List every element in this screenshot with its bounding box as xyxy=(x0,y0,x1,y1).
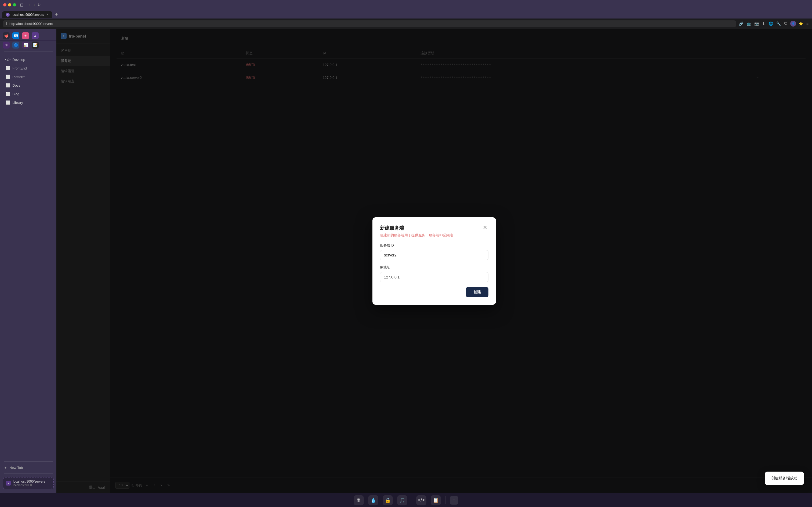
bookmark-outlook[interactable]: 📧 xyxy=(12,32,19,39)
toast-message: 创建服务端成功 xyxy=(771,476,798,480)
modal-close-button[interactable]: ✕ xyxy=(482,225,489,230)
sidebar-divider1 xyxy=(4,51,53,52)
bookmark-arc[interactable]: ✦ xyxy=(22,32,29,39)
bookmark-gh[interactable]: 🐙 xyxy=(3,32,10,39)
platform-icon: ⬜ xyxy=(5,74,10,79)
address-text: http://localhost:9000/servers xyxy=(9,22,53,26)
taskbar-separator xyxy=(412,496,412,504)
sidebar-divider2 xyxy=(4,461,53,462)
blog-icon: ⬜ xyxy=(5,92,10,96)
tab-favicon: ▲ xyxy=(6,13,10,17)
tab-label: localhost:9000/servers xyxy=(12,13,44,17)
window-controls xyxy=(3,3,16,6)
maximize-button[interactable] xyxy=(13,3,16,6)
modal-id-label: 服务端ID xyxy=(380,243,489,248)
link-icon[interactable]: 🔗 xyxy=(738,21,744,26)
sidebar-item-platform[interactable]: ⬜ Platform xyxy=(2,72,55,81)
modal-header: 新建服务端 ✕ xyxy=(380,225,489,231)
develop-icon: </> xyxy=(5,57,10,62)
cast-icon[interactable]: 📺 xyxy=(746,21,752,26)
modal-ip-input[interactable] xyxy=(380,272,489,282)
new-tab-sidebar[interactable]: ＋ New Tab xyxy=(0,463,56,472)
sidebar-item-frontend[interactable]: ⬜ FrontEnd xyxy=(2,64,55,72)
tab-close-icon[interactable]: ✕ xyxy=(46,13,49,16)
taskbar-clipboard-icon[interactable]: 📋 xyxy=(431,495,441,505)
taskbar-lock-icon[interactable]: 🔒 xyxy=(383,495,393,505)
bookmark-dsm[interactable]: 🔵 xyxy=(12,42,19,49)
browser-titlebar: ⊟ ‹ › ↻ xyxy=(0,0,812,10)
screenshot-icon[interactable]: 📷 xyxy=(754,21,760,26)
sidebar-bookmark[interactable]: ▲ localhost:9000/servers localhost:9000 xyxy=(3,477,54,489)
modal-dialog: 新建服务端 ✕ 创建新的服务端用于提供服务，服务端ID必须唯一 服务端ID IP… xyxy=(372,217,496,305)
new-tab-label: New Tab xyxy=(9,466,23,470)
taskbar-separator2 xyxy=(445,496,446,504)
taskbar-code-icon[interactable]: </> xyxy=(416,495,426,505)
taskbar-finder-icon[interactable]: 💧 xyxy=(368,495,378,505)
profile-avatar[interactable]: 👤 xyxy=(790,21,796,26)
frontend-icon: ⬜ xyxy=(5,66,10,70)
close-button[interactable] xyxy=(3,3,6,6)
browser-sidebar: 🐙 📧 ✦ ▲ ⚛ 🔵 📊 📝 </> Develop ⬜ FrontEnd ⬜ xyxy=(0,29,56,493)
extension1-icon[interactable]: 🔧 xyxy=(775,21,782,26)
nav-arrows: ‹ › ↻ xyxy=(27,2,41,8)
toolbar-icons: 🔗 📺 📷 ⬇ 🌐 🔧 🛡 👤 ⭐ ≡ xyxy=(738,21,809,26)
active-tab[interactable]: ▲ localhost:9000/servers ✕ xyxy=(2,11,52,18)
sidebar-platform-label: Platform xyxy=(12,75,25,79)
sidebar-library-label: Library xyxy=(12,101,23,105)
browser-chrome: ⊟ ‹ › ↻ ▲ localhost:9000/servers ✕ + ℹ h… xyxy=(0,0,812,29)
star-icon[interactable]: ⭐ xyxy=(798,21,804,26)
back-button[interactable]: ‹ xyxy=(27,2,31,8)
main-layout: 🐙 📧 ✦ ▲ ⚛ 🔵 📊 📝 </> Develop ⬜ FrontEnd ⬜ xyxy=(0,29,812,493)
refresh-button[interactable]: ↻ xyxy=(38,3,41,7)
address-bar[interactable]: ℹ http://localhost:9000/servers xyxy=(3,20,736,27)
bookmark-sublabel: localhost:9000 xyxy=(13,484,45,487)
sidebar-item-blog[interactable]: ⬜ Blog xyxy=(2,90,55,98)
forward-button[interactable]: › xyxy=(32,2,36,8)
modal-title: 新建服务端 xyxy=(380,225,404,231)
modal-id-input[interactable] xyxy=(380,250,489,260)
modal-field-ip: IP地址 xyxy=(380,265,489,282)
web-content: f frp-panel 客户端 服务端 编辑隧道 编辑端点 退出 /ra xyxy=(56,29,812,493)
shield-icon[interactable]: 🛡 xyxy=(783,21,789,26)
address-bar-row: ℹ http://localhost:9000/servers 🔗 📺 📷 ⬇ … xyxy=(0,18,812,29)
modal-submit-button[interactable]: 创建 xyxy=(466,287,489,297)
modal-subtitle: 创建新的服务端用于提供服务，服务端ID必须唯一 xyxy=(380,233,489,238)
bookmark-favicon: ▲ xyxy=(6,481,11,486)
taskbar: 🗑 💧 🔒 🎵 </> 📋 + xyxy=(0,493,812,507)
plus-icon: ＋ xyxy=(4,465,7,470)
tabs-bar: ▲ localhost:9000/servers ✕ + xyxy=(0,10,812,18)
browser-nav: </> Develop ⬜ FrontEnd ⬜ Platform ⬜ Docs… xyxy=(0,53,56,460)
sidebar-frontend-label: FrontEnd xyxy=(12,66,27,70)
globe-icon[interactable]: 🌐 xyxy=(768,21,774,26)
bookmark-notion[interactable]: 📝 xyxy=(32,42,39,49)
modal-field-id: 服务端ID xyxy=(380,243,489,260)
address-info-icon: ℹ xyxy=(6,22,7,25)
taskbar-music-icon[interactable]: 🎵 xyxy=(397,495,407,505)
menu-icon[interactable]: ≡ xyxy=(806,21,809,26)
library-icon: ⬜ xyxy=(5,100,10,105)
toast-notification: 创建服务端成功 xyxy=(765,471,804,485)
sidebar-toggle-button[interactable]: ⊟ xyxy=(18,2,25,8)
sidebar-item-library[interactable]: ⬜ Library xyxy=(2,98,55,107)
bookmark-triangle[interactable]: ▲ xyxy=(32,32,39,39)
sidebar-blog-label: Blog xyxy=(12,92,19,96)
minimize-button[interactable] xyxy=(8,3,11,6)
sidebar-divider3 xyxy=(4,473,53,474)
sidebar-develop-label: Develop xyxy=(12,58,25,62)
taskbar-trash-icon[interactable]: 🗑 xyxy=(354,495,364,505)
bookmark-npm[interactable]: ⚛ xyxy=(3,42,10,49)
modal-ip-label: IP地址 xyxy=(380,265,489,270)
download-icon[interactable]: ⬇ xyxy=(761,21,766,26)
taskbar-add-button[interactable]: + xyxy=(450,496,458,505)
bookmark-label: localhost:9000/servers xyxy=(13,480,45,484)
sidebar-item-develop[interactable]: </> Develop xyxy=(2,55,55,64)
sidebar-item-docs[interactable]: ⬜ Docs xyxy=(2,81,55,90)
bookmarks-row2: ⚛ 🔵 📊 📝 xyxy=(0,40,56,50)
modal-footer: 创建 xyxy=(380,287,489,297)
frp-main: 新建 ID 状态 IP 连接密钥 xyxy=(110,29,812,493)
bookmark-chart[interactable]: 📊 xyxy=(22,42,29,49)
new-tab-button[interactable]: + xyxy=(53,11,60,18)
docs-icon: ⬜ xyxy=(5,83,10,88)
modal-overlay: 新建服务端 ✕ 创建新的服务端用于提供服务，服务端ID必须唯一 服务端ID IP… xyxy=(110,29,812,493)
sidebar-docs-label: Docs xyxy=(12,83,20,88)
